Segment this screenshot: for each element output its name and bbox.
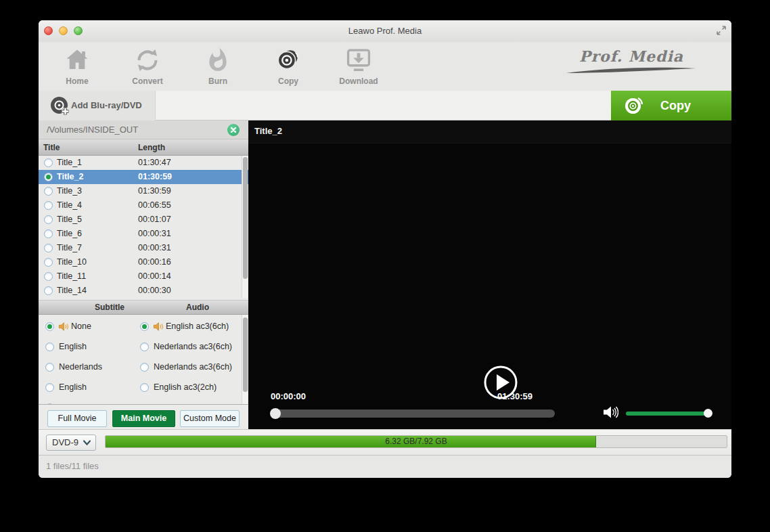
logo-swoosh [564, 66, 699, 74]
capacity-text: 6.32 GB/7.92 GB [106, 436, 727, 447]
title-radio[interactable] [44, 229, 53, 238]
volume-slider[interactable] [626, 412, 708, 416]
chevron-down-icon [83, 440, 91, 445]
title-name: Title_1 [57, 156, 82, 170]
volume-thumb[interactable] [704, 409, 712, 418]
title-radio[interactable] [44, 187, 53, 196]
title-name: Title_2 [57, 170, 83, 184]
app-window: Leawo Prof. Media Home [39, 20, 731, 478]
title-radio[interactable] [44, 158, 53, 167]
title-row-2-selected[interactable]: Title_2 01:30:59 [39, 170, 248, 184]
audio-label: English ac3(2ch) [154, 380, 217, 395]
title-row-1[interactable]: Title_1 01:30:47 [39, 156, 248, 170]
preview-title: Title_2 [254, 120, 282, 142]
toolbar-copy[interactable]: Copy [253, 45, 323, 88]
title-row-6[interactable]: Title_6 00:00:31 [39, 227, 248, 241]
toolbar-convert-label: Convert [132, 76, 162, 86]
disc-type-select[interactable]: DVD-9 [46, 435, 96, 451]
column-title: Title [43, 139, 60, 156]
audio-radio[interactable] [140, 383, 149, 392]
capacity-progress: 6.32 GB/7.92 GB [105, 435, 727, 448]
title-name: Title_7 [57, 241, 82, 255]
titlebar: Leawo Prof. Media [39, 20, 731, 42]
subtitle-header: Subtitle [66, 301, 154, 315]
toolbar-convert[interactable]: Convert [112, 45, 183, 88]
title-list-scrollbar[interactable] [242, 156, 248, 298]
minimize-window-button[interactable] [59, 26, 68, 35]
disc-add-icon [50, 96, 70, 116]
status-bar: 1 files/11 files [39, 455, 731, 478]
title-radio[interactable] [44, 258, 53, 267]
title-row-7[interactable]: Title_7 00:00:31 [39, 241, 248, 255]
title-radio[interactable] [44, 173, 53, 181]
title-list: Title_1 01:30:47 Title_2 01:30:59 Title_… [39, 156, 248, 298]
zoom-window-button[interactable] [74, 26, 83, 35]
home-icon [64, 47, 90, 73]
subtitle-radio[interactable] [45, 383, 54, 392]
track-options: None English Nederlands English Nederlan… [39, 315, 248, 404]
volume-icon[interactable] [602, 405, 618, 420]
volume-fill [626, 412, 708, 416]
brand-logo-text: Prof. Media [579, 47, 683, 65]
seek-thumb[interactable] [270, 408, 281, 419]
mode-buttons: Full Movie Main Movie Custom Mode [39, 405, 248, 429]
capacity-bar-row: DVD-9 6.32 GB/7.92 GB [39, 429, 731, 455]
title-radio[interactable] [44, 201, 53, 210]
subtitle-radio[interactable] [45, 322, 54, 331]
subtitle-radio[interactable] [45, 363, 54, 372]
title-name: Title_5 [57, 213, 82, 227]
toolbar-burn[interactable]: Burn [183, 45, 253, 88]
title-row-4[interactable]: Title_4 00:06:55 [39, 198, 248, 213]
audio-radio[interactable] [140, 342, 149, 351]
add-bluray-dvd-label: Add Blu-ray/DVD [71, 91, 142, 120]
title-radio[interactable] [44, 272, 53, 281]
subtitle-label: Nederlands [59, 360, 102, 374]
subtitle-radio[interactable] [45, 342, 54, 351]
title-length: 01:30:59 [138, 170, 172, 184]
speaker-icon [153, 322, 164, 332]
audio-radio[interactable] [140, 322, 149, 331]
title-name: Title_3 [57, 184, 82, 198]
title-radio[interactable] [44, 215, 53, 224]
video-preview: Title_2 00:00:00 01:30:59 [248, 120, 731, 429]
full-movie-button[interactable]: Full Movie [47, 410, 107, 427]
preview-titlebar: Title_2 [248, 120, 731, 143]
toolbar-download[interactable]: Download [323, 45, 394, 88]
title-row-14[interactable]: Title_14 00:00:30 [39, 284, 248, 298]
audio-label: Nederlands ac3(6ch) [154, 340, 232, 354]
close-source-button[interactable] [227, 124, 240, 136]
copy-action-button[interactable]: Copy [611, 91, 731, 120]
track-options-scroll-thumb[interactable] [243, 317, 248, 392]
source-panel: /Volumes/INSIDE_OUT Title Length Title_1… [39, 120, 248, 429]
add-bluray-dvd-button[interactable]: Add Blu-ray/DVD [39, 91, 156, 120]
custom-mode-button[interactable]: Custom Mode [180, 410, 240, 427]
audio-radio[interactable] [140, 363, 149, 372]
title-radio[interactable] [44, 286, 53, 295]
disc-type-value: DVD-9 [52, 435, 78, 450]
tracks-header: Subtitle Audio [39, 300, 248, 315]
title-length: 00:00:31 [138, 227, 171, 241]
title-name: Title_4 [57, 198, 82, 213]
main-movie-button[interactable]: Main Movie [112, 410, 175, 427]
burn-icon [205, 47, 231, 73]
status-text: 1 files/11 files [46, 456, 99, 477]
title-radio[interactable] [44, 244, 53, 252]
title-row-11[interactable]: Title_11 00:00:14 [39, 269, 248, 284]
title-row-5[interactable]: Title_5 00:01:07 [39, 213, 248, 227]
close-window-button[interactable] [44, 26, 53, 35]
speaker-icon [58, 322, 69, 332]
main-toolbar: Home Convert Burn [39, 42, 731, 91]
action-row: Add Blu-ray/DVD Copy [39, 91, 731, 120]
title-row-3[interactable]: Title_3 01:30:59 [39, 184, 248, 198]
toolbar-home[interactable]: Home [42, 45, 112, 88]
expand-icon[interactable] [715, 24, 727, 37]
title-row-10[interactable]: Title_10 00:00:16 [39, 255, 248, 269]
track-options-scrollbar[interactable] [242, 315, 248, 404]
subtitle-label: English [59, 380, 87, 395]
toolbar-download-label: Download [339, 76, 378, 86]
column-length: Length [138, 139, 165, 156]
source-header: /Volumes/INSIDE_OUT [39, 120, 248, 139]
source-path: /Volumes/INSIDE_OUT [47, 120, 138, 139]
title-list-scroll-thumb[interactable] [243, 157, 248, 279]
seek-bar[interactable] [271, 409, 555, 418]
